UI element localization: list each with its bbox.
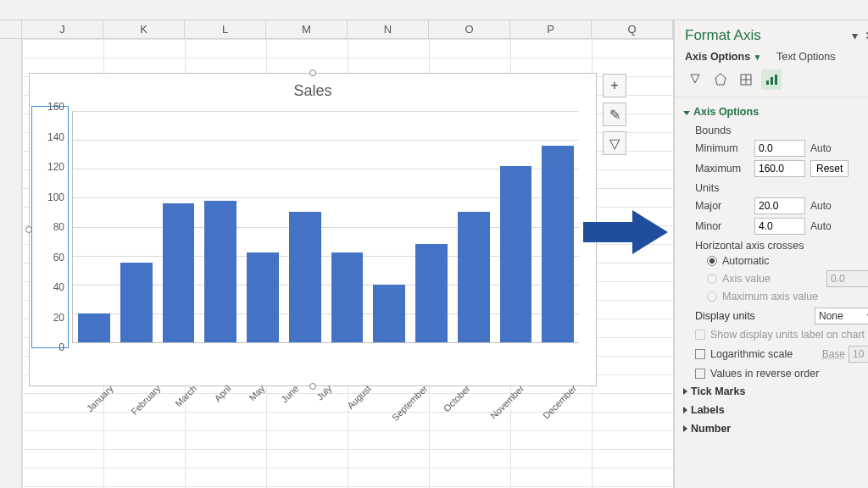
col-header[interactable]: J [22,20,103,38]
axis-options-icon[interactable] [761,69,782,90]
section-axis-options[interactable]: Axis Options [683,103,868,121]
bounds-label: Bounds [683,121,868,138]
svg-marker-0 [583,210,668,254]
bar[interactable] [415,244,448,342]
y-tick-label: 160 [47,101,64,113]
y-tick-label: 120 [47,161,64,173]
bar[interactable] [204,201,236,342]
embedded-chart[interactable]: Sales 160 140 120 100 80 60 40 20 0 [29,73,597,386]
svg-rect-5 [766,80,769,85]
bar[interactable] [120,263,153,342]
minor-auto-label: Auto [810,220,832,232]
base-label: Base [822,348,845,360]
y-tick-label: 20 [53,312,64,324]
chart-elements-button[interactable]: + [603,74,626,97]
display-units-select[interactable]: None▼ [815,308,868,324]
effects-icon[interactable] [710,69,731,90]
annotation-arrow-icon [583,207,668,258]
section-labels[interactable]: Labels [683,401,868,419]
radio-max-axis-value[interactable] [707,291,717,302]
section-number[interactable]: Number [683,419,868,438]
plot-inner [72,111,579,343]
units-label: Units [683,179,868,196]
min-input[interactable] [754,140,805,157]
max-input[interactable] [754,160,805,177]
major-label: Major [695,200,749,212]
show-units-label: Show display units label on chart [710,329,865,341]
y-tick-label: 0 [58,341,64,353]
y-tick-label: 40 [53,281,64,293]
pane-menu-button[interactable]: ▾ [847,29,862,42]
radio-axis-value[interactable] [707,274,717,284]
col-header[interactable]: Q [592,20,673,38]
minor-input[interactable] [754,218,805,235]
axis-value-input [826,270,868,287]
bar[interactable] [542,146,574,342]
y-tick-label: 140 [47,131,64,143]
show-units-check [695,330,705,340]
column-headers: J K L M N O P Q [0,20,673,39]
reverse-order-label: Values in reverse order [710,368,819,380]
col-header[interactable]: M [266,20,348,38]
max-label: Maximum [695,163,749,175]
plot-area[interactable]: 160 140 120 100 80 60 40 20 0 [72,111,579,343]
radio-automatic-label: Automatic [722,255,770,267]
tab-text-options[interactable]: Text Options [776,51,835,63]
min-auto-label: Auto [810,142,832,154]
chart-styles-button[interactable]: ✎ [603,103,626,126]
bar[interactable] [331,252,364,342]
worksheet-area[interactable]: J K L M N O P Q Sales 160 140 120 [0,20,674,488]
col-header[interactable]: K [103,20,185,38]
chevron-down-icon[interactable]: ▼ [754,53,762,62]
bar[interactable] [458,212,490,342]
pane-close-button[interactable]: ✕ [862,29,868,42]
radio-max-axis-value-label: Maximum axis value [722,291,818,302]
ribbon-placeholder [0,0,868,20]
radio-axis-value-label: Axis value [722,273,771,285]
resize-handle[interactable] [309,69,316,76]
resize-handle[interactable] [309,383,316,390]
x-axis-labels[interactable]: JanuaryFebruaryMarchAprilMayJuneJulyAugu… [72,374,579,384]
bar[interactable] [78,313,110,342]
chart-filters-button[interactable]: ▽ [603,131,626,155]
section-tick-marks[interactable]: Tick Marks [683,382,868,401]
major-auto-label: Auto [810,200,832,212]
bar[interactable] [247,252,279,342]
svg-rect-6 [771,77,773,85]
pane-title: Format Axis [685,27,847,44]
y-axis-selection[interactable]: 160 140 120 100 80 60 40 20 0 [31,106,69,348]
row-headers [0,39,22,488]
base-input [849,346,868,363]
log-scale-label: Logarithmic scale [710,348,793,360]
bar[interactable] [289,212,321,342]
chart-title[interactable]: Sales [30,82,596,100]
hac-label: Horizontal axis crosses [683,236,868,253]
col-header[interactable]: N [348,20,429,38]
max-reset-button[interactable]: Reset [810,160,849,177]
display-units-label: Display units [695,310,755,322]
bar-series[interactable] [73,111,579,342]
svg-rect-7 [775,75,777,85]
reverse-order-check[interactable] [695,369,705,379]
svg-marker-1 [715,74,726,85]
format-axis-pane: Format Axis ▾ ✕ Axis Options ▼ Text Opti… [674,20,868,488]
bar[interactable] [500,166,532,342]
log-scale-check[interactable] [695,349,705,359]
y-tick-label: 80 [53,221,64,233]
select-all-corner[interactable] [0,20,22,38]
col-header[interactable]: L [185,20,266,38]
size-properties-icon[interactable] [736,69,756,90]
major-input[interactable] [754,197,805,214]
bar[interactable] [163,203,195,342]
fill-line-icon[interactable] [685,69,705,90]
col-header[interactable]: P [510,20,592,38]
radio-automatic[interactable] [707,256,717,266]
tab-axis-options[interactable]: Axis Options [685,51,750,63]
y-tick-label: 60 [53,252,64,263]
minor-label: Minor [695,220,749,232]
y-tick-label: 100 [47,191,64,203]
bar[interactable] [373,285,405,342]
min-label: Minimum [695,142,749,154]
col-header[interactable]: O [429,20,510,38]
